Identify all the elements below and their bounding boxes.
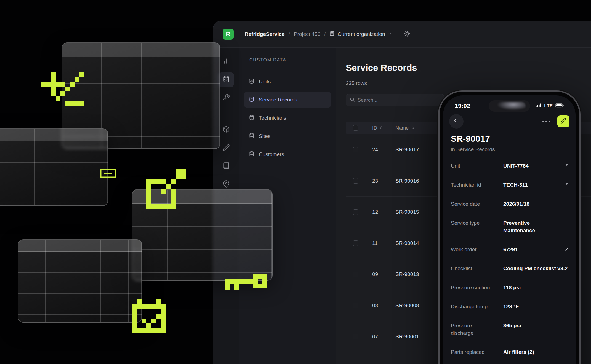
database-icon [249,133,254,140]
row-checkbox[interactable] [353,303,358,308]
cell-id: 24 [366,147,395,153]
breadcrumb-brand[interactable]: RefridgeService [245,31,285,37]
field-row-checklist: Checklist Cooling PM checklist v3.2 [443,259,576,278]
rail-item-tools[interactable] [219,90,234,106]
database-icon [223,76,230,84]
field-label: Service date [451,200,503,208]
row-checkbox[interactable] [353,240,358,246]
cell-id: 07 [366,334,395,340]
row-checkbox[interactable] [353,147,358,152]
cell-id: 23 [366,178,395,184]
search-icon [350,97,355,103]
network-label: LTE [544,103,553,109]
back-icon [453,117,460,125]
app-logo[interactable]: R [223,29,234,40]
edit-button[interactable] [557,115,569,127]
sidebar-item-technicians[interactable]: Technicians [244,110,331,126]
field-row-technician-id: Technician id TECH-311 [443,175,576,194]
sidebar-item-label: Sites [259,133,270,139]
calendar-check-icon [132,299,166,334]
row-checkbox[interactable] [353,209,358,215]
cell-id: 11 [366,240,395,246]
external-link-icon[interactable] [564,246,569,253]
field-label: Parts replaced [451,348,503,356]
field-row-pressure-suction: Pressure suction 118 psi [443,278,576,297]
row-checkbox[interactable] [353,272,358,277]
gear-icon [404,30,411,38]
phone-screen: 19:02 LTE SR-90017 in Service Records [443,95,576,364]
field-row-service-type: Service type Preventive Maintenance [443,213,576,240]
breadcrumb-separator: / [324,31,326,37]
signal-bars-icon [536,103,542,109]
field-row-work-order: Work order 67291 [443,240,576,259]
cell-id: 09 [366,271,395,277]
sidebar-item-label: Technicians [259,115,286,121]
field-value: 67291 [503,246,518,253]
row-checkbox[interactable] [353,178,358,184]
sidebar-item-service-records[interactable]: Service Records [244,92,331,108]
breadcrumb-separator: / [289,31,290,37]
topbar: R RefridgeService / Project 456 / Curren… [213,21,591,48]
sort-icon[interactable] [380,125,383,131]
edit-icon [560,118,566,125]
record-title: SR-90017 [451,134,568,144]
breadcrumb-project[interactable]: Project 456 [294,31,320,37]
field-value: 118 psi [503,284,521,291]
expand-arrow-icon [146,169,186,210]
battery-icon [555,103,564,109]
rail-item-data[interactable] [219,72,234,87]
stage: R RefridgeService / Project 456 / Curren… [0,0,591,364]
more-options-button[interactable] [542,121,552,122]
column-header-name[interactable]: Name [395,125,409,131]
key-icon [225,274,267,299]
sort-icon[interactable] [411,125,415,131]
sidebar-item-customers[interactable]: Customers [244,146,331,162]
back-button[interactable] [449,114,464,129]
database-icon [249,78,254,85]
field-label: Checklist [451,265,503,272]
field-value: TECH-311 [503,181,528,189]
rail-item-edit[interactable] [219,140,234,156]
database-icon [249,97,254,103]
field-row-parts-replaced: Parts replaced Air filters (2) [443,342,576,362]
database-icon [249,151,254,158]
map-pin-icon [223,180,230,189]
rail-item-docs[interactable] [219,159,234,174]
row-count: 235 rows [346,80,591,86]
select-all-checkbox[interactable] [353,125,358,131]
sidebar-item-units[interactable]: Units [244,74,331,90]
field-label: Pressure suction [451,284,503,291]
external-link-icon[interactable] [564,181,569,189]
settings-button[interactable] [404,30,411,38]
phone-mockup: 19:02 LTE SR-90017 in Service Records [438,90,581,364]
search-box[interactable] [346,94,444,106]
glass-table-decoration [18,239,142,323]
glass-table-decoration [0,128,108,206]
external-link-icon[interactable] [564,162,569,170]
organization-selector[interactable]: Current organization [329,31,392,38]
breadcrumb: RefridgeService / Project 456 / Current … [245,30,411,38]
rail-item-analytics[interactable] [219,54,234,69]
field-value: Air filters (2) [503,348,534,356]
sidebar-item-label: Units [259,79,271,85]
organization-icon [329,31,335,38]
column-header-id[interactable]: ID [372,125,377,131]
field-label: Service type [451,219,503,227]
field-row-pressure-discharge: Pressure discharge 365 psi [443,316,576,342]
cell-id: 12 [366,209,395,215]
field-label: Work order [451,246,503,253]
field-value: Preventive Maintenance [503,219,547,234]
field-row-discharge-temp: Discharge temp 128 °F [443,297,576,316]
field-label: Unit [451,162,503,170]
sidebar-section-label: CUSTOM DATA [249,58,331,63]
bar-chart-icon [223,57,230,66]
remove-chip-icon [100,169,116,179]
sidebar-item-sites[interactable]: Sites [244,128,331,144]
organization-label: Current organization [337,31,385,37]
cell-id: 08 [366,303,395,309]
search-input[interactable] [358,97,440,103]
field-label: Discharge temp [451,303,503,310]
rail-item-assets[interactable] [219,122,234,138]
record-title-block: SR-90017 in Service Records [443,129,576,154]
row-checkbox[interactable] [353,334,358,339]
